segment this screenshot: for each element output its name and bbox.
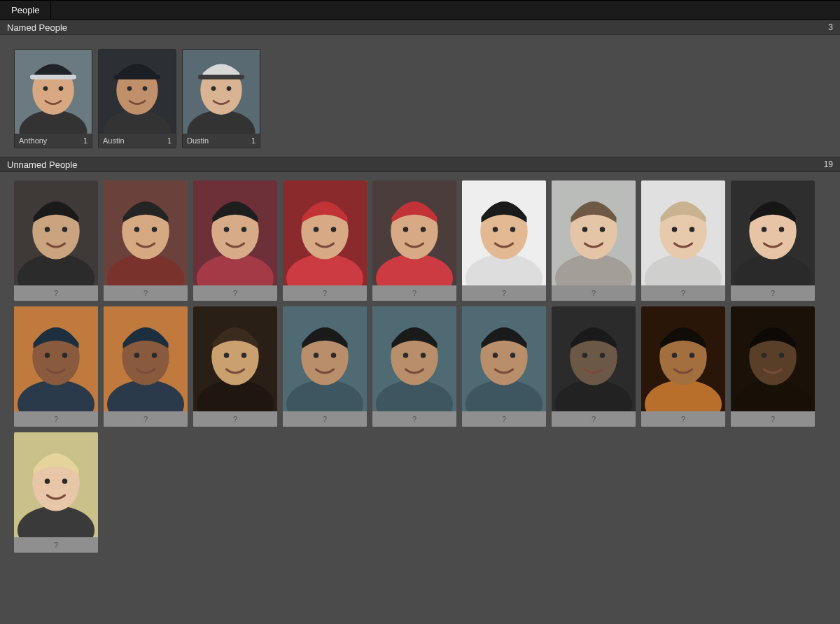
person-name-placeholder: ? xyxy=(502,415,506,423)
person-meta: Anthony1 xyxy=(15,134,92,148)
person-meta[interactable]: ? xyxy=(193,285,277,301)
svg-point-10 xyxy=(127,86,132,91)
unnamed-person-card[interactable]: ? xyxy=(552,306,636,427)
unnamed-person-card[interactable]: ? xyxy=(14,306,98,427)
person-thumbnail xyxy=(462,180,546,285)
person-thumbnail xyxy=(731,180,815,285)
person-meta[interactable]: ? xyxy=(552,411,636,427)
person-meta[interactable]: ? xyxy=(14,537,98,553)
person-name-placeholder: ? xyxy=(681,289,685,297)
svg-point-112 xyxy=(62,478,68,484)
svg-point-17 xyxy=(227,86,232,91)
person-name: Anthony xyxy=(19,136,83,145)
named-grid: Anthony1Austin1Dustin1 xyxy=(14,49,826,148)
named-person-card[interactable]: Dustin1 xyxy=(182,49,260,148)
unnamed-person-card[interactable]: ? xyxy=(641,180,725,301)
person-meta[interactable]: ? xyxy=(372,285,456,301)
svg-point-82 xyxy=(331,353,337,358)
unnamed-person-card[interactable]: ? xyxy=(372,180,456,301)
svg-point-41 xyxy=(403,227,409,232)
section-count: 19 xyxy=(824,159,833,169)
svg-point-11 xyxy=(143,86,148,91)
svg-point-31 xyxy=(224,227,230,232)
svg-point-86 xyxy=(403,353,409,358)
person-meta[interactable]: ? xyxy=(14,285,98,301)
svg-point-72 xyxy=(152,353,158,358)
svg-point-16 xyxy=(211,86,216,91)
unnamed-person-card[interactable]: ? xyxy=(731,180,815,301)
section-title: Named People xyxy=(7,22,67,33)
person-thumbnail xyxy=(183,50,260,134)
person-thumbnail xyxy=(193,306,277,411)
person-name-placeholder: ? xyxy=(323,415,327,423)
svg-point-62 xyxy=(779,227,785,232)
unnamed-person-card[interactable]: ? xyxy=(14,180,98,301)
named-person-card[interactable]: Austin1 xyxy=(98,49,176,148)
unnamed-person-card[interactable]: ? xyxy=(193,306,277,427)
person-meta[interactable]: ? xyxy=(283,411,367,427)
section-body-named: Anthony1Austin1Dustin1 xyxy=(0,35,840,157)
person-name: Austin xyxy=(103,136,167,145)
unnamed-person-card[interactable]: ? xyxy=(283,180,367,301)
named-person-card[interactable]: Anthony1 xyxy=(14,49,92,148)
person-thumbnail xyxy=(552,180,636,285)
svg-point-102 xyxy=(690,353,695,358)
person-meta[interactable]: ? xyxy=(462,285,546,301)
unnamed-person-card[interactable]: ? xyxy=(552,180,636,301)
person-name-placeholder: ? xyxy=(54,289,58,297)
unnamed-person-card[interactable]: ? xyxy=(193,180,277,301)
svg-point-46 xyxy=(493,227,498,232)
svg-point-101 xyxy=(672,353,678,358)
unnamed-person-card[interactable]: ? xyxy=(462,180,546,301)
person-meta[interactable]: ? xyxy=(552,285,636,301)
svg-point-51 xyxy=(582,227,588,232)
person-meta[interactable]: ? xyxy=(731,411,815,427)
svg-point-67 xyxy=(62,353,68,358)
person-thumbnail xyxy=(641,180,725,285)
person-meta: Dustin1 xyxy=(183,134,260,148)
person-name-placeholder: ? xyxy=(412,289,416,297)
person-thumbnail xyxy=(99,50,176,134)
section-body-unnamed: ??????????????????? xyxy=(0,172,840,561)
person-meta[interactable]: ? xyxy=(641,411,725,427)
svg-point-37 xyxy=(331,227,337,232)
unnamed-person-card[interactable]: ? xyxy=(641,306,725,427)
section-header-unnamed[interactable]: Unnamed People 19 xyxy=(0,157,840,172)
person-count: 1 xyxy=(251,136,255,145)
unnamed-person-card[interactable]: ? xyxy=(14,432,98,553)
svg-point-4 xyxy=(43,86,48,91)
unnamed-person-card[interactable]: ? xyxy=(104,306,188,427)
person-meta[interactable]: ? xyxy=(104,411,188,427)
person-meta[interactable]: ? xyxy=(14,411,98,427)
person-name-placeholder: ? xyxy=(592,415,596,423)
person-meta[interactable]: ? xyxy=(193,411,277,427)
person-meta[interactable]: ? xyxy=(731,285,815,301)
tab-people[interactable]: People xyxy=(0,1,51,19)
person-thumbnail xyxy=(14,180,98,285)
svg-point-47 xyxy=(510,227,516,232)
section-header-named[interactable]: Named People 3 xyxy=(0,20,840,35)
svg-point-107 xyxy=(779,353,785,358)
unnamed-person-card[interactable]: ? xyxy=(372,306,456,427)
person-meta[interactable]: ? xyxy=(283,285,367,301)
svg-point-71 xyxy=(134,353,140,358)
person-thumbnail xyxy=(283,306,367,411)
svg-point-87 xyxy=(421,353,426,358)
svg-point-61 xyxy=(762,227,767,232)
svg-point-96 xyxy=(582,353,588,358)
unnamed-person-card[interactable]: ? xyxy=(104,180,188,301)
person-thumbnail xyxy=(372,306,456,411)
person-count: 1 xyxy=(83,136,88,145)
svg-point-106 xyxy=(762,353,767,358)
person-meta[interactable]: ? xyxy=(641,285,725,301)
unnamed-person-card[interactable]: ? xyxy=(731,306,815,427)
person-meta[interactable]: ? xyxy=(372,411,456,427)
svg-point-81 xyxy=(314,353,319,358)
unnamed-person-card[interactable]: ? xyxy=(283,306,367,427)
svg-point-42 xyxy=(421,227,426,232)
person-name-placeholder: ? xyxy=(771,289,775,297)
person-thumbnail xyxy=(731,306,815,411)
person-meta[interactable]: ? xyxy=(462,411,546,427)
unnamed-person-card[interactable]: ? xyxy=(462,306,546,427)
person-meta[interactable]: ? xyxy=(104,285,188,301)
